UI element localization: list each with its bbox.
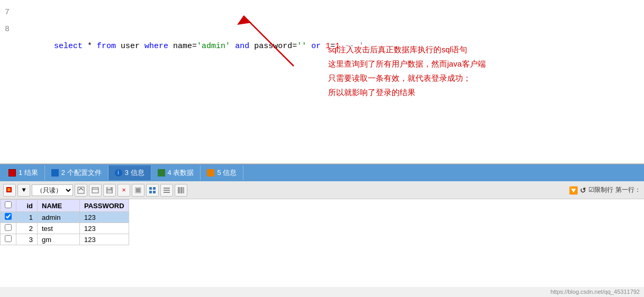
tab4-label: 4 表数据 [168,168,194,178]
table-body: 1admin1232test1233gm123 [1,212,129,245]
cell-id: 3 [16,234,38,245]
export-btn[interactable] [3,184,16,197]
svg-marker-1 [237,16,251,25]
watermark: https://blog.csdn.net/qq_45311792 [550,289,640,295]
tab-info[interactable]: i 3 信息 [108,165,151,180]
tab-results[interactable]: 1 结果 [2,165,45,180]
tab-table-data[interactable]: 4 表数据 [151,165,201,180]
row-checkbox[interactable] [5,213,12,220]
list-btn[interactable] [160,184,173,197]
toolbar-right: 🔽 ↺ ☑限制行 第一行： [569,185,641,194]
tab-info2[interactable]: 5 信息 [201,165,243,180]
svg-rect-12 [149,187,152,190]
tab1-label: 1 结果 [19,168,38,178]
readonly-select[interactable]: （只读） [32,184,73,196]
limit-checkbox[interactable]: ☑限制行 [588,185,613,194]
refresh-icon[interactable]: ↺ [580,186,586,194]
table-header-row: id NAME PASSWORD [1,200,129,212]
tab5-icon [207,169,214,177]
btn1[interactable] [75,184,87,197]
svg-rect-19 [178,187,180,193]
line-content-8: select * from user where name='admin' an… [16,21,364,72]
save-btn[interactable] [103,184,116,197]
tab2-icon [51,169,59,177]
column-btn[interactable] [175,184,187,197]
th-checkbox [1,200,16,212]
cell-password: 123 [80,223,129,234]
svg-rect-13 [153,187,156,190]
annotation-text: sql注入攻击后真正数据库执行的sql语句 这里查询到了所有用户数据，然而jav… [328,42,486,99]
th-password: PASSWORD [80,200,129,212]
filter-icon[interactable]: 🔽 [569,186,578,194]
table-row[interactable]: 3gm123 [1,234,129,245]
row-checkbox[interactable] [5,235,12,242]
tab4-icon [158,169,165,177]
btn2[interactable] [89,184,102,197]
first-row-label: 第一行： [615,185,641,194]
code-line-8: 8 select * from user where name='admin' … [0,21,644,72]
svg-rect-21 [183,187,184,193]
svg-rect-11 [136,188,140,192]
cell-name: test [38,223,80,234]
table-area: id NAME PASSWORD 1admin1232test1233gm123 [0,199,644,287]
table-row[interactable]: 1admin123 [1,212,129,223]
cell-id: 2 [16,223,38,234]
table-row[interactable]: 2test123 [1,223,129,234]
annotation-arrow [212,3,307,71]
svg-rect-8 [107,187,111,189]
svg-rect-15 [153,191,156,193]
code-editor: 7 8 select * from user where name='admin… [0,0,644,164]
tab3-icon: i [115,169,122,177]
cell-name: admin [38,212,80,223]
tab2-label: 2 个配置文件 [61,168,102,178]
tab-config[interactable]: 2 个配置文件 [45,165,108,180]
svg-rect-5 [92,188,98,193]
th-name: NAME [38,200,80,212]
svg-rect-20 [180,187,183,193]
cell-password: 123 [80,212,129,223]
svg-rect-3 [7,188,11,191]
svg-line-0 [243,16,294,66]
delete-btn[interactable]: ✕ [117,184,130,197]
dropdown-btn[interactable]: ▼ [17,184,30,197]
line-number-7: 7 [0,4,16,21]
btn4[interactable] [132,184,144,197]
line-number-8: 8 [0,21,16,38]
select-all-checkbox[interactable] [5,201,12,208]
bottom-panel: 1 结果 2 个配置文件 i 3 信息 4 表数据 5 信息 ▼ （只读） [0,164,644,297]
grid-btn[interactable] [146,184,159,197]
tab1-icon [8,169,16,177]
row-checkbox[interactable] [5,224,12,231]
th-id: id [16,200,38,212]
svg-rect-9 [107,190,112,193]
tabs-bar: 1 结果 2 个配置文件 i 3 信息 4 表数据 5 信息 [0,164,644,181]
tab5-label: 5 信息 [217,168,237,178]
tab3-label: 3 信息 [125,168,144,178]
cell-id: 1 [16,212,38,223]
results-table: id NAME PASSWORD 1admin1232test1233gm123 [0,199,129,245]
cell-password: 123 [80,234,129,245]
cell-name: gm [38,234,80,245]
toolbar: ▼ （只读） ✕ [0,181,644,199]
code-line-7: 7 [0,4,644,21]
svg-rect-14 [149,191,152,193]
